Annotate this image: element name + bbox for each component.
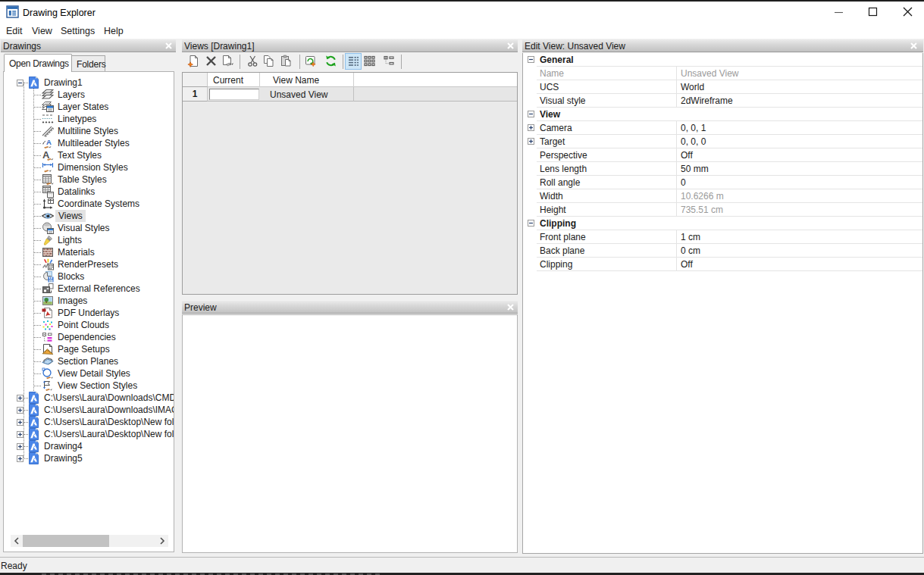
- svg-text:A: A: [46, 138, 52, 146]
